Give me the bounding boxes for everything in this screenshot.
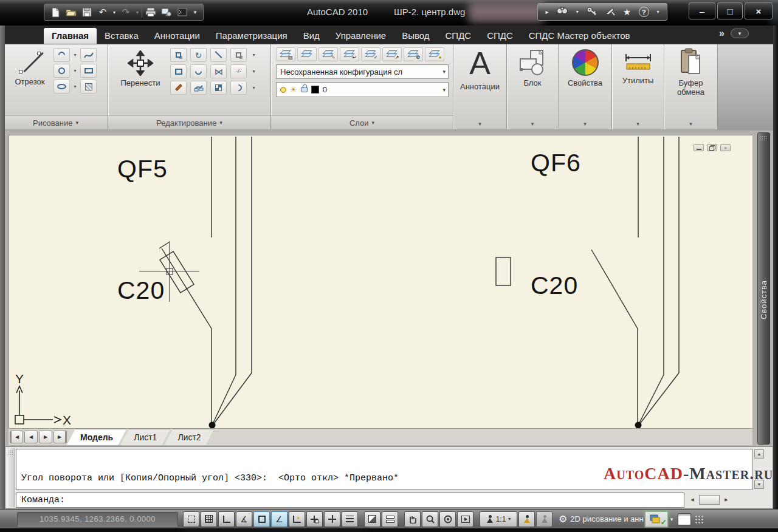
tab-upravlenie[interactable]: Управление bbox=[328, 28, 394, 44]
redo-dropdown-icon[interactable]: ▾ bbox=[134, 5, 140, 19]
command-scroll-up-icon[interactable]: ▲ bbox=[754, 449, 764, 459]
quick-properties-toggle[interactable] bbox=[342, 511, 358, 527]
array-icon[interactable] bbox=[230, 48, 247, 62]
annotation-scale-button[interactable]: 1:1 ▾ bbox=[480, 511, 517, 527]
array-dropdown-icon[interactable]: ▾ bbox=[250, 48, 257, 62]
command-window-icon[interactable] bbox=[175, 5, 190, 19]
offset-icon[interactable] bbox=[190, 64, 207, 78]
command-input[interactable]: Команда: bbox=[16, 493, 684, 508]
rotate-icon[interactable]: ↻ bbox=[190, 48, 207, 62]
doc-restore-icon[interactable] bbox=[707, 144, 717, 151]
panel-block-expand[interactable]: ▾ bbox=[507, 121, 558, 129]
search-icon[interactable] bbox=[556, 6, 568, 18]
last-tab-nav-icon[interactable]: ▶ bbox=[53, 431, 67, 443]
workspace-switcher[interactable]: ⚙ 2D рисование и анн bbox=[559, 513, 644, 525]
layer-combo[interactable]: ☀ 0 ▾ bbox=[276, 82, 449, 97]
tab-vstavka[interactable]: Вставка bbox=[97, 28, 146, 44]
spline-icon[interactable] bbox=[80, 48, 97, 62]
command-window-grip[interactable] bbox=[7, 448, 15, 507]
favorites-star-icon[interactable]: ★ bbox=[623, 7, 631, 18]
lineweight-toggle[interactable] bbox=[324, 511, 340, 527]
status-dropdown-icon[interactable]: ▾ bbox=[670, 516, 673, 522]
layer-on-icon[interactable] bbox=[280, 87, 286, 93]
ortho-toggle[interactable] bbox=[218, 511, 235, 527]
minimize-button[interactable]: – bbox=[689, 2, 715, 19]
layer-off-icon[interactable]: ● bbox=[425, 47, 444, 61]
block-button[interactable]: Блок bbox=[507, 44, 558, 121]
arc-dropdown-icon[interactable]: ▾ bbox=[72, 48, 78, 62]
annotation-button[interactable]: A Аннотации bbox=[453, 44, 506, 121]
quick-view-layouts-button[interactable] bbox=[382, 511, 398, 527]
explode-icon[interactable] bbox=[190, 81, 207, 95]
save-icon[interactable] bbox=[80, 5, 94, 19]
break-icon[interactable]: -/- bbox=[230, 64, 247, 78]
infocenter-expand-icon[interactable]: ▸ bbox=[546, 9, 549, 15]
ducs-toggle[interactable] bbox=[289, 511, 305, 527]
prev-tab-nav-icon[interactable]: ◀ bbox=[24, 431, 38, 443]
undo-dropdown-icon[interactable]: ▾ bbox=[111, 5, 117, 19]
ribbon-cycle-icon[interactable]: » bbox=[719, 28, 725, 39]
layer-properties-icon[interactable]: ▤ bbox=[276, 47, 295, 61]
hatch-icon[interactable] bbox=[80, 80, 97, 94]
next-tab-nav-icon[interactable]: ▶ bbox=[39, 431, 52, 443]
paste-button[interactable]: Буфер обмена bbox=[664, 44, 717, 121]
layer-isolate-icon[interactable]: ✓ bbox=[361, 47, 380, 61]
tab-vid[interactable]: Вид bbox=[295, 28, 328, 44]
fillet-dropdown-icon[interactable]: ▾ bbox=[250, 81, 257, 95]
circle-dropdown-icon[interactable]: ▾ bbox=[72, 64, 78, 78]
help-dropdown-icon[interactable]: ▾ bbox=[656, 9, 659, 15]
tab-parametrizaciya[interactable]: Параметризация bbox=[208, 28, 295, 44]
clean-screen-button[interactable] bbox=[678, 513, 691, 525]
panel-modify-label[interactable]: Редактирование▾ bbox=[108, 115, 270, 129]
help-icon[interactable]: ? bbox=[639, 7, 649, 17]
otrack-toggle[interactable]: ∠ bbox=[271, 511, 287, 527]
qat-customize-icon[interactable]: ▾ bbox=[191, 5, 199, 19]
stretch-icon[interactable] bbox=[170, 64, 187, 78]
move-button[interactable]: Перенести bbox=[114, 47, 167, 115]
hscroll-thumb[interactable] bbox=[699, 495, 720, 505]
resize-grip[interactable] bbox=[695, 515, 703, 523]
search-dropdown-icon[interactable]: ▾ bbox=[576, 9, 579, 15]
ribbon-minimize-icon[interactable]: ▼ bbox=[731, 29, 749, 38]
autoscale-button[interactable] bbox=[536, 511, 553, 527]
layer-unisolate-icon[interactable]: ↗ bbox=[382, 47, 402, 61]
coordinates-display[interactable]: 1035.9345, 1263.2366, 0.0000 bbox=[17, 512, 178, 527]
panel-draw-label[interactable]: Рисование▾ bbox=[4, 115, 108, 129]
array-rect-icon[interactable] bbox=[210, 81, 227, 95]
communication-center-icon[interactable] bbox=[605, 6, 615, 18]
open-file-icon[interactable] bbox=[64, 5, 78, 19]
copy-icon[interactable] bbox=[170, 48, 187, 62]
tab-list2[interactable]: Лист2 bbox=[164, 429, 214, 445]
steering-wheel-button[interactable] bbox=[439, 511, 456, 527]
redo-icon[interactable]: ↷ bbox=[119, 5, 133, 19]
panel-layers-label[interactable]: Слои▾ bbox=[271, 115, 453, 129]
annotation-visibility-button[interactable] bbox=[518, 511, 535, 527]
tab-annotacii[interactable]: Аннотации bbox=[146, 28, 208, 44]
pan-button[interactable] bbox=[404, 511, 421, 527]
layer-thaw-icon[interactable]: ☀ bbox=[290, 85, 297, 94]
polar-toggle[interactable]: ∡ bbox=[236, 511, 252, 527]
model-space-button[interactable] bbox=[364, 511, 380, 527]
mirror-icon[interactable]: ⋈ bbox=[210, 64, 227, 78]
circle-icon[interactable] bbox=[53, 64, 70, 78]
zoom-button[interactable] bbox=[422, 511, 438, 527]
undo-icon[interactable]: ↶ bbox=[95, 5, 110, 19]
new-file-icon[interactable] bbox=[48, 5, 63, 19]
toolbar-lock-button[interactable]: ✓ bbox=[645, 511, 668, 527]
hscroll-left-icon[interactable]: ◀ bbox=[687, 496, 697, 505]
panel-utilities-expand[interactable]: ▾ bbox=[612, 121, 664, 129]
break-dropdown-icon[interactable]: ▾ bbox=[250, 64, 257, 78]
tab-model[interactable]: Модель bbox=[67, 429, 126, 445]
utilities-button[interactable]: Утилиты bbox=[612, 44, 664, 121]
close-button[interactable]: × bbox=[745, 2, 773, 19]
print-icon[interactable] bbox=[143, 5, 158, 19]
command-hscrollbar[interactable]: ◀ ▶ bbox=[687, 494, 749, 505]
rectangle-icon[interactable] bbox=[80, 64, 97, 78]
maximize-button[interactable]: □ bbox=[717, 2, 743, 19]
drawing-canvas[interactable]: X Y QF5 QF6 C20 C20 × bbox=[9, 135, 752, 428]
fillet-icon[interactable] bbox=[230, 81, 247, 95]
dyn-input-toggle[interactable] bbox=[306, 511, 323, 527]
properties-button[interactable]: Свойства bbox=[559, 44, 611, 121]
snap-toggle[interactable] bbox=[183, 511, 199, 527]
panel-properties-expand[interactable]: ▾ bbox=[559, 121, 611, 129]
